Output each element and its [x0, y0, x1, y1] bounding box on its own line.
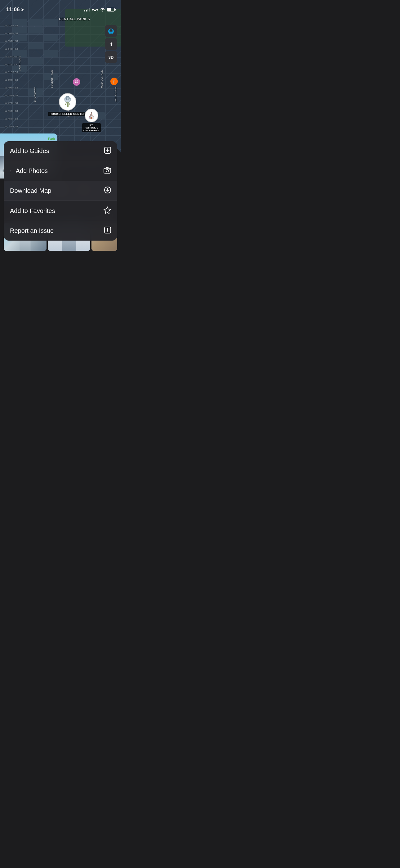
street-label: W 50TH ST: [5, 79, 18, 81]
add-to-favorites-label: Add to Favorites: [10, 207, 55, 215]
restaurant-marker[interactable]: 🍴: [110, 78, 118, 85]
street-label: W 49TH ST: [5, 86, 18, 89]
avenue-label: SEVENTH AVE: [51, 70, 53, 88]
svg-line-7: [65, 102, 67, 105]
street-label: W 48TH ST: [5, 94, 18, 97]
street-label: W 57TH ST: [5, 24, 18, 27]
svg-point-13: [106, 169, 108, 172]
svg-rect-6: [67, 102, 69, 107]
status-time: 11:06 ➤: [6, 6, 24, 13]
svg-line-8: [69, 102, 70, 105]
avenue-label: BROADWAY: [33, 87, 36, 102]
download-icon: [104, 187, 111, 195]
status-bar: 11:06 ➤ ▾▴▾: [0, 0, 121, 16]
city-block: [29, 19, 43, 26]
direction-button[interactable]: ⬆: [105, 38, 117, 50]
street-label: W 53RD ST: [5, 55, 19, 58]
star-outline-icon: [104, 207, 111, 215]
city-block: [29, 58, 43, 65]
svg-marker-17: [104, 207, 111, 214]
wifi-symbol: [100, 8, 105, 11]
rockefeller-pin-label: ROCKEFELLER CENTER: [48, 112, 87, 116]
add-photos-item[interactable]: › Add Photos: [4, 161, 117, 181]
time-display: 11:06: [6, 6, 20, 13]
avenue-label: MADISON AVE: [100, 70, 103, 88]
add-to-guides-icon: [104, 147, 111, 155]
report-issue-item[interactable]: Report an Issue: [4, 221, 117, 241]
svg-point-14: [109, 169, 110, 169]
svg-point-20: [107, 231, 108, 232]
city-block: [44, 19, 58, 26]
avenue-label: LEXINGTON: [114, 87, 117, 102]
map-controls: 🌐 ⬆ 3D: [105, 25, 117, 63]
rockefeller-pin-circle: [59, 93, 76, 111]
download-map-label: Download Map: [10, 187, 51, 194]
wifi-icon: ▾▴▾: [92, 7, 98, 12]
street-label: W 45TH ST: [5, 117, 18, 120]
signal-icon: [84, 8, 90, 11]
city-block: [44, 35, 58, 41]
stpatrick-pin-label: ST.PATRICK'SCATHEDRAL: [82, 123, 101, 132]
city-block: [44, 50, 58, 57]
museum-marker[interactable]: 🏛: [73, 78, 80, 86]
location-icon: ➤: [21, 7, 24, 12]
download-map-item[interactable]: Download Map: [4, 181, 117, 201]
add-to-favorites-item[interactable]: Add to Favorites: [4, 201, 117, 221]
camera-icon: [104, 167, 111, 175]
street-label: W 51ST ST: [5, 71, 18, 73]
battery-icon: [107, 8, 115, 11]
report-issue-label: Report an Issue: [10, 227, 54, 235]
chevron-right-icon: ›: [10, 168, 11, 174]
status-icons: ▾▴▾: [84, 7, 115, 12]
add-photos-label: Add Photos: [16, 167, 48, 175]
warning-icon: [104, 227, 111, 235]
globe-button[interactable]: 🌐: [105, 25, 117, 37]
street-label: W 46TH ST: [5, 110, 18, 113]
street-label: W 56TH ST: [5, 32, 18, 35]
3d-button[interactable]: 3D: [105, 51, 117, 63]
park-thumb-label: Park: [48, 137, 55, 141]
street-label: W 54TH ST: [5, 48, 18, 50]
avenue-label: EIGHTH AVE: [18, 56, 21, 71]
street-label: W 47TH ST: [5, 102, 18, 104]
city-block: [29, 42, 43, 49]
rockefeller-pin[interactable]: ROCKEFELLER CENTER: [48, 93, 87, 116]
stpatrick-pin[interactable]: ⛪ ST.PATRICK'SCATHEDRAL: [82, 108, 101, 132]
dropdown-menu: Add to Guides › Add Photos Down: [4, 141, 117, 241]
city-block: [29, 27, 43, 34]
park-label: CENTRAL PARK S: [59, 17, 90, 21]
add-to-guides-label: Add to Guides: [10, 148, 49, 155]
street-label: W 44TH ST: [5, 125, 18, 128]
add-to-guides-item[interactable]: Add to Guides: [4, 141, 117, 161]
street-label: W 55TH ST: [5, 40, 18, 42]
stpatrick-pin-circle: ⛪: [85, 108, 98, 122]
street-label: W 52ND ST: [5, 63, 19, 66]
